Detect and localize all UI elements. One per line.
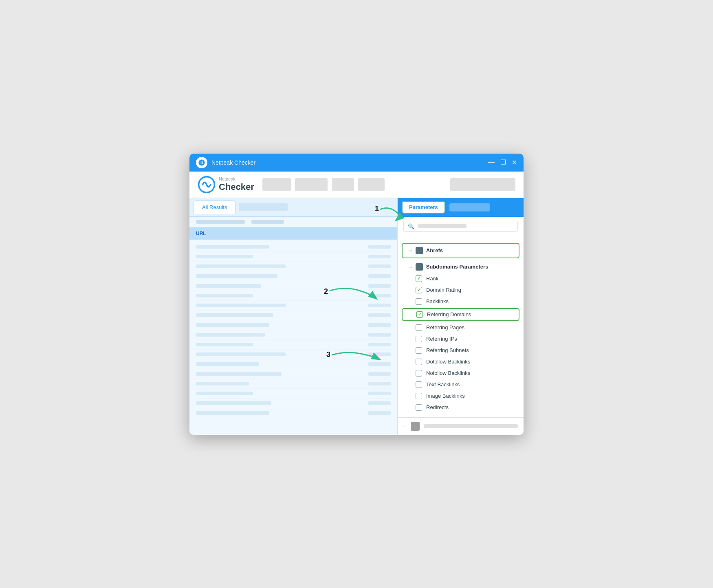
param-referring-subnets[interactable]: Referring Subnets <box>398 345 524 356</box>
search-box[interactable]: 🔍 <box>403 221 518 232</box>
redirects-checkbox[interactable] <box>416 404 422 411</box>
backlinks-label: Backlinks <box>426 298 449 304</box>
search-icon: 🔍 <box>408 223 414 229</box>
rank-label: Rank <box>426 275 438 282</box>
param-dofollow-backlinks[interactable]: Dofollow Backlinks <box>398 356 524 368</box>
tabs-row: All Results <box>189 198 397 217</box>
right-panel: Parameters 🔍 – Ahrefs <box>397 198 524 435</box>
referring-ips-checkbox[interactable] <box>416 336 422 342</box>
rank-checkbox[interactable] <box>416 275 422 282</box>
referring-pages-label: Referring Pages <box>426 324 464 330</box>
sub-header <box>189 217 397 227</box>
param-nofollow-backlinks[interactable]: Nofollow Backlinks <box>398 368 524 379</box>
close-button[interactable]: ✕ <box>512 159 517 166</box>
referring-subnets-label: Referring Subnets <box>426 347 469 353</box>
subdomains-checkbox[interactable] <box>416 263 423 271</box>
app-window: Netpeak Checker — ❐ ✕ Netpeak Checker <box>189 154 524 435</box>
table-header: URL <box>189 227 397 240</box>
param-referring-ips[interactable]: Referring IPs <box>398 333 524 345</box>
minimize-button[interactable]: — <box>488 159 495 166</box>
col-url-header: URL <box>196 231 286 236</box>
referring-subnets-checkbox[interactable] <box>416 347 422 354</box>
nofollow-backlinks-checkbox[interactable] <box>416 370 422 377</box>
right-bottom-bar: – <box>398 417 524 435</box>
param-backlinks[interactable]: Backlinks <box>398 296 524 307</box>
referring-pages-checkbox[interactable] <box>416 324 422 331</box>
main-area: All Results URL <box>189 198 524 435</box>
tab-placeholder <box>239 203 288 211</box>
bottom-dash: – <box>403 423 407 429</box>
backlinks-checkbox[interactable] <box>416 298 422 305</box>
table-row <box>196 301 391 311</box>
maximize-button[interactable]: ❐ <box>500 159 506 166</box>
app-header: Netpeak Checker <box>189 172 524 198</box>
header-block-5 <box>450 178 515 191</box>
image-backlinks-label: Image Backlinks <box>426 393 465 399</box>
ahrefs-group[interactable]: – Ahrefs <box>402 243 519 258</box>
param-image-backlinks[interactable]: Image Backlinks <box>398 390 524 402</box>
text-backlinks-checkbox[interactable] <box>416 381 422 388</box>
app-logo: Netpeak Checker <box>198 176 254 194</box>
params-content: – Ahrefs – Subdomains Parameters Rank <box>398 236 524 417</box>
tab-all-results[interactable]: All Results <box>194 200 235 214</box>
table-row <box>196 252 391 262</box>
table-row <box>196 291 391 301</box>
subdomains-label: Subdomains Parameters <box>426 264 488 270</box>
logo-checker: Checker <box>219 182 254 192</box>
table-row <box>196 340 391 350</box>
param-text-backlinks[interactable]: Text Backlinks <box>398 379 524 390</box>
table-body <box>189 240 397 421</box>
ahrefs-checkbox[interactable] <box>416 247 423 254</box>
image-backlinks-checkbox[interactable] <box>416 393 422 399</box>
search-row: 🔍 <box>398 217 524 236</box>
title-bar-text: Netpeak Checker <box>211 159 488 166</box>
domain-rating-checkbox[interactable] <box>416 287 422 293</box>
table-row <box>196 350 391 359</box>
logo-text: Netpeak Checker <box>219 176 254 193</box>
table-row <box>196 359 391 369</box>
group-collapse-icon[interactable]: – <box>409 247 412 254</box>
left-panel: All Results URL <box>189 198 397 435</box>
logo-icon <box>198 176 216 194</box>
text-backlinks-label: Text Backlinks <box>426 381 460 388</box>
table-row <box>196 369 391 379</box>
param-rank[interactable]: Rank <box>398 273 524 284</box>
table-row <box>196 262 391 271</box>
referring-domains-checkbox[interactable] <box>416 311 423 318</box>
subdomains-group[interactable]: – Subdomains Parameters <box>398 261 524 273</box>
table-row <box>196 281 391 291</box>
param-referring-domains[interactable]: Referring Domains <box>402 308 519 321</box>
subgroup-collapse-icon[interactable]: – <box>409 264 412 270</box>
referring-ips-label: Referring IPs <box>426 336 457 342</box>
search-placeholder <box>418 224 467 228</box>
param-domain-rating[interactable]: Domain Rating <box>398 284 524 296</box>
table-row <box>196 379 391 389</box>
right-tab-placeholder <box>449 203 490 211</box>
table-row <box>196 389 391 399</box>
bottom-handle[interactable] <box>411 422 420 431</box>
table-row <box>196 399 391 408</box>
referring-domains-label: Referring Domains <box>427 311 471 317</box>
redirects-label: Redirects <box>426 404 449 410</box>
header-block-2 <box>295 178 328 191</box>
dofollow-backlinks-label: Dofollow Backlinks <box>426 359 470 365</box>
logo-netpeak: Netpeak <box>219 176 254 182</box>
header-block-1 <box>262 178 291 191</box>
table-row <box>196 311 391 320</box>
param-redirects[interactable]: Redirects <box>398 402 524 413</box>
domain-rating-label: Domain Rating <box>426 287 461 293</box>
table-row <box>196 320 391 330</box>
bottom-scrollbar[interactable] <box>424 424 518 428</box>
window-controls: — ❐ ✕ <box>488 159 517 166</box>
tab-parameters[interactable]: Parameters <box>402 201 445 214</box>
header-block-4 <box>358 178 385 191</box>
dofollow-backlinks-checkbox[interactable] <box>416 359 422 365</box>
title-bar: Netpeak Checker — ❐ ✕ <box>189 154 524 172</box>
table-row <box>196 408 391 418</box>
nofollow-backlinks-label: Nofollow Backlinks <box>426 370 470 376</box>
header-block-3 <box>332 178 354 191</box>
right-tabs-bar: Parameters <box>398 198 524 217</box>
col-other-header <box>294 231 347 236</box>
header-toolbar <box>262 178 442 191</box>
param-referring-pages[interactable]: Referring Pages <box>398 322 524 333</box>
